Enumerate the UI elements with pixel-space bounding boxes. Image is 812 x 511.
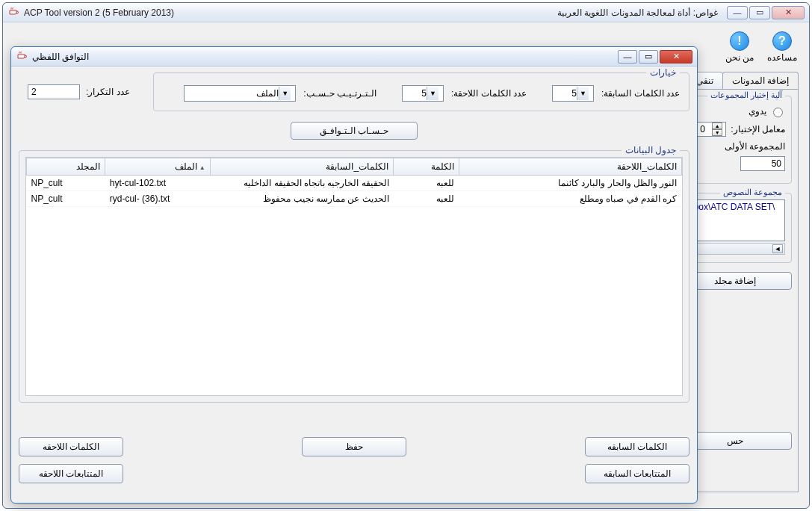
next-words-combo[interactable]: ▼ 5 bbox=[402, 85, 444, 102]
spinner-up-icon[interactable]: ▲ bbox=[712, 123, 722, 129]
concordance-dialog: التوافق اللفظي ― ▭ ✕ خيارات عدد الكلمات … bbox=[10, 46, 698, 504]
next-words-value: 5 bbox=[421, 88, 427, 99]
help-button[interactable]: ? مساعده bbox=[767, 31, 797, 63]
col-file-label: الملف bbox=[175, 161, 197, 172]
java-icon bbox=[16, 51, 28, 63]
main-title-right: غواص: أداة لمعالجة المدونات اللغوية العر… bbox=[557, 7, 718, 18]
scroll-left-icon[interactable]: ◄ bbox=[772, 244, 783, 253]
coeff-value: 0 bbox=[700, 124, 705, 134]
first-group-value: 50 bbox=[772, 158, 781, 169]
dialog-title: التوافق اللفظي bbox=[32, 52, 89, 62]
spinner-down-icon[interactable]: ▼ bbox=[712, 129, 722, 136]
minimize-button[interactable]: ― bbox=[727, 6, 748, 19]
dialog-maximize-button[interactable]: ▭ bbox=[639, 50, 658, 64]
close-button[interactable]: ✕ bbox=[772, 6, 805, 19]
cell-folder: NP_cult bbox=[27, 191, 105, 207]
data-table-legend: جدول البيانات bbox=[622, 145, 680, 155]
col-prev-label: الكلمات_السابقة bbox=[326, 161, 388, 172]
cell-word: للعبه bbox=[394, 191, 459, 207]
cell-next: النور والظل والحار والبارد كائنما bbox=[459, 176, 681, 191]
help-label: مساعده bbox=[767, 52, 797, 63]
cell-prev: الحقيقه الخارجيه باتجاه الحقيقه الداخليه bbox=[210, 176, 394, 191]
main-window-controls: ― ▭ ✕ bbox=[727, 6, 805, 19]
next-collocations-button[interactable]: المتتابعات اللاحقه bbox=[19, 464, 123, 483]
tab-add-corpora[interactable]: إضافة المدونات bbox=[722, 72, 799, 89]
first-group-input[interactable]: 50 bbox=[740, 156, 785, 171]
main-tabs: إضافة المدونات تنقي bbox=[687, 72, 799, 89]
col-next-words[interactable]: الكلمات_اللاحقة bbox=[459, 158, 681, 176]
cell-folder: NP_cult bbox=[27, 176, 105, 191]
dialog-minimize-button[interactable]: ― bbox=[618, 50, 637, 64]
table-row[interactable]: NP_culthyt-cul-102.txtالحقيقه الخارجيه ب… bbox=[27, 176, 682, 191]
options-legend: خيارات bbox=[646, 67, 680, 78]
calculate-concordance-button[interactable]: حـسـاب الـتـوافـق bbox=[291, 122, 418, 140]
chevron-down-icon: ▼ bbox=[427, 87, 438, 100]
cell-word: للعبه bbox=[394, 176, 459, 191]
cell-file: hyt-cul-102.txt bbox=[105, 176, 210, 191]
cell-prev: الحديث عن ممارسه نجيب محفوظ bbox=[210, 191, 394, 207]
prev-collocations-button[interactable]: المتتابعات السابقه bbox=[585, 464, 689, 483]
table-row[interactable]: NP_cultryd-cul- (36).txtالحديث عن ممارسه… bbox=[27, 191, 682, 207]
coeff-spinner[interactable]: 0 ▲▼ bbox=[696, 122, 726, 137]
first-group-label: المجموعة الأولى bbox=[725, 141, 785, 152]
prev-words-value: 5 bbox=[571, 88, 577, 99]
repeat-value: 2 bbox=[31, 87, 37, 97]
chevron-down-icon: ▼ bbox=[279, 87, 291, 100]
sort-combo[interactable]: ▼ الملف bbox=[184, 85, 296, 102]
about-icon: ! bbox=[730, 31, 749, 51]
dialog-close-button[interactable]: ✕ bbox=[660, 50, 692, 64]
sort-asc-icon: ▲ bbox=[199, 164, 205, 171]
texts-legend: مجموعة النصوص bbox=[720, 188, 785, 197]
about-button[interactable]: ! من نحن bbox=[725, 31, 754, 63]
col-file[interactable]: ▲الملف bbox=[105, 158, 210, 176]
manual-radio-label: يدوي bbox=[749, 106, 766, 117]
dialog-titlebar: التوافق اللفظي ― ▭ ✕ bbox=[11, 47, 697, 66]
next-words-label: عدد الكلمات اللاحقة: bbox=[451, 88, 527, 99]
prev-words-label: عدد الكلمات السابقة: bbox=[601, 88, 680, 99]
main-titlebar: ACP Tool version 2 (5 February 2013) غوا… bbox=[3, 3, 809, 22]
col-folder-label: المجلد bbox=[76, 161, 100, 172]
repeat-label: عدد التكرار: bbox=[86, 87, 130, 97]
repeat-input[interactable]: 2 bbox=[28, 84, 80, 99]
data-table: المجلد ▲الملف الكلمات_السابقة الكلمة الك… bbox=[26, 158, 682, 207]
col-folder[interactable]: المجلد bbox=[27, 158, 105, 176]
col-word-label: الكلمة bbox=[431, 161, 454, 172]
col-prev-words[interactable]: الكلمات_السابقة bbox=[210, 158, 394, 176]
java-icon bbox=[7, 7, 19, 19]
options-fieldset: خيارات عدد الكلمات السابقة: ▼ 5 عدد الكل… bbox=[153, 72, 689, 111]
texts-listbox[interactable]: pbox\ATC DATA SET\ bbox=[685, 199, 785, 241]
about-label: من نحن bbox=[725, 52, 754, 63]
chevron-down-icon: ▼ bbox=[577, 87, 589, 100]
texts-scrollbar[interactable]: ◄ ► bbox=[685, 243, 785, 255]
texts-path-item: pbox\ATC DATA SET\ bbox=[689, 202, 775, 212]
save-button[interactable]: حفظ bbox=[302, 437, 406, 456]
col-word[interactable]: الكلمة bbox=[394, 158, 459, 176]
sort-value: الملف bbox=[256, 88, 279, 99]
coeff-label: معامل الإختيار: bbox=[731, 124, 785, 134]
maximize-button[interactable]: ▭ bbox=[749, 6, 770, 19]
data-table-fieldset: جدول البيانات المجلد ▲الملف الكلمات_السا… bbox=[19, 150, 689, 403]
cell-file: ryd-cul- (36).txt bbox=[105, 191, 210, 207]
next-words-button[interactable]: الكلمات اللاحقه bbox=[19, 437, 123, 456]
manual-radio[interactable] bbox=[773, 108, 783, 117]
prev-words-button[interactable]: الكلمات السابقه bbox=[585, 437, 689, 456]
cell-next: كره القدم في صباه ومطلع bbox=[459, 191, 681, 207]
prev-words-combo[interactable]: ▼ 5 bbox=[552, 85, 594, 102]
data-table-wrap: المجلد ▲الملف الكلمات_السابقة الكلمة الك… bbox=[25, 157, 683, 396]
dialog-bottom-buttons: الكلمات السابقه الكلمات اللاحقه حفظ المت… bbox=[19, 437, 689, 495]
main-title-left: ACP Tool version 2 (5 February 2013) bbox=[24, 7, 174, 18]
col-next-label: الكلمات_اللاحقة bbox=[617, 161, 677, 172]
group-selection-legend: آلية إختيار المجموعات bbox=[707, 90, 785, 100]
sort-label: الـتـرتـيـب حـسـب: bbox=[303, 88, 376, 99]
help-icon: ? bbox=[772, 31, 792, 51]
